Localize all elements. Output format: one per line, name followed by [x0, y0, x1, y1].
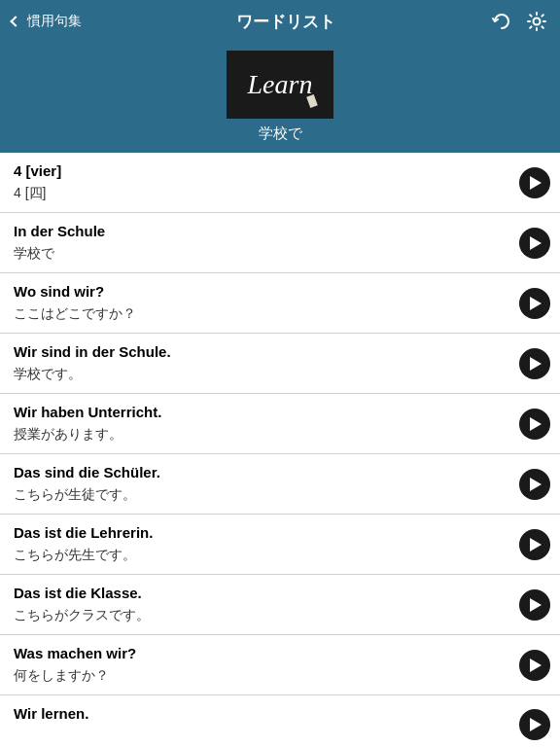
play-button[interactable]	[519, 709, 550, 740]
word-japanese: 学校で	[14, 245, 511, 263]
chevron-left-icon	[10, 16, 20, 26]
list-item: 4 [vier]4 [四]	[0, 153, 560, 213]
play-button[interactable]	[519, 228, 550, 259]
list-item: Wir sind in der Schule.学校です。	[0, 334, 560, 394]
header-subtitle: 学校で	[259, 124, 302, 143]
header-section: Learn 学校で	[0, 43, 560, 153]
play-button[interactable]	[519, 167, 550, 198]
play-triangle-icon	[530, 357, 542, 371]
play-button[interactable]	[519, 589, 550, 621]
word-japanese: 何をしますか？	[14, 667, 511, 685]
play-triangle-icon	[530, 598, 542, 612]
play-button[interactable]	[519, 650, 550, 681]
word-german: Wir haben Unterricht.	[14, 404, 511, 420]
word-german: 4 [vier]	[14, 162, 511, 179]
nav-bar: 慣用句集 ワードリスト	[0, 0, 560, 43]
nav-icons	[490, 10, 548, 33]
word-japanese: ここはどこですか？	[14, 305, 511, 323]
play-triangle-icon	[530, 718, 542, 731]
play-triangle-icon	[530, 297, 542, 310]
list-item: Das ist die Klasse.こちらがクラスです。	[0, 575, 560, 635]
word-japanese: こちらがクラスです。	[14, 607, 511, 624]
gear-icon	[526, 11, 547, 32]
word-japanese: 学校です。	[14, 366, 511, 383]
play-triangle-icon	[530, 417, 542, 431]
play-triangle-icon	[530, 478, 542, 491]
word-list: 4 [vier]4 [四]In der Schule学校でWo sind wir…	[0, 153, 560, 747]
play-button[interactable]	[519, 529, 550, 560]
play-button[interactable]	[519, 348, 550, 379]
list-item: Wir haben Unterricht.授業があります。	[0, 394, 560, 454]
list-item: Das sind die Schüler.こちらが生徒です。	[0, 454, 560, 515]
word-german: Wir lernen.	[14, 705, 511, 722]
header-image: Learn	[227, 51, 333, 119]
word-german: Wo sind wir?	[14, 283, 511, 300]
back-button[interactable]: 慣用句集	[12, 13, 82, 30]
play-button[interactable]	[519, 469, 550, 500]
word-german: Wir sind in der Schule.	[14, 343, 511, 360]
word-german: In der Schule	[14, 223, 511, 239]
refresh-icon	[491, 11, 512, 32]
list-item: Wo sind wir?ここはどこですか？	[0, 273, 560, 334]
word-japanese: こちらが先生です。	[14, 547, 511, 564]
word-japanese: 授業があります。	[14, 426, 511, 444]
list-item: Das ist die Lehrerin.こちらが先生です。	[0, 515, 560, 575]
play-triangle-icon	[530, 176, 542, 190]
back-label: 慣用句集	[27, 13, 82, 30]
play-button[interactable]	[519, 288, 550, 319]
list-item: In der Schule学校で	[0, 213, 560, 273]
svg-point-0	[534, 18, 541, 25]
header-image-text: Learn	[248, 69, 313, 100]
word-german: Das sind die Schüler.	[14, 464, 511, 480]
settings-button[interactable]	[525, 10, 548, 33]
word-japanese: 4 [四]	[14, 185, 511, 202]
word-german: Das ist die Klasse.	[14, 585, 511, 601]
word-german: Was machen wir?	[14, 645, 511, 661]
list-item: Was machen wir?何をしますか？	[0, 635, 560, 695]
play-triangle-icon	[530, 538, 542, 551]
play-button[interactable]	[519, 409, 550, 440]
list-item: Wir lernen.	[0, 695, 560, 747]
play-triangle-icon	[530, 236, 542, 250]
play-triangle-icon	[530, 658, 542, 672]
nav-title: ワードリスト	[236, 11, 335, 33]
word-japanese: こちらが生徒です。	[14, 486, 511, 504]
word-german: Das ist die Lehrerin.	[14, 524, 511, 541]
refresh-button[interactable]	[490, 10, 513, 33]
